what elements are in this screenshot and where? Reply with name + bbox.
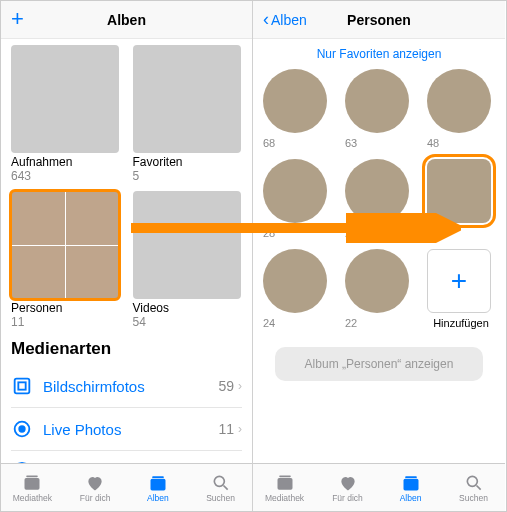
personen-pane: ‹ Alben Personen Nur Favoriten anzeigen … xyxy=(253,1,505,511)
livephoto-icon xyxy=(11,418,33,440)
album-favoriten[interactable]: Favoriten 5 xyxy=(133,45,243,183)
navbar-right: ‹ Alben Personen xyxy=(253,1,505,39)
svg-rect-13 xyxy=(405,476,417,478)
svg-rect-4 xyxy=(25,478,40,490)
row-livephotos[interactable]: Live Photos 11 › xyxy=(11,408,242,451)
person-item[interactable]: 27 xyxy=(345,159,413,239)
screenshot-icon xyxy=(11,375,33,397)
svg-line-9 xyxy=(223,485,227,489)
album-aufnahmen[interactable]: Aufnahmen 643 xyxy=(11,45,121,183)
tab-fuerdich[interactable]: Für dich xyxy=(64,464,127,511)
person-item[interactable]: 48 xyxy=(427,69,495,149)
navbar-left: + Alben xyxy=(1,1,252,39)
tab-suchen[interactable]: Suchen xyxy=(442,464,505,511)
tab-mediathek[interactable]: Mediathek xyxy=(253,464,316,511)
section-medienarten: Medienarten xyxy=(11,339,242,359)
tab-suchen[interactable]: Suchen xyxy=(189,464,252,511)
svg-line-15 xyxy=(476,485,480,489)
back-button[interactable]: ‹ Alben xyxy=(263,9,307,30)
tab-alben[interactable]: Alben xyxy=(127,464,190,511)
row-portrait[interactable]: Porträt 6 › xyxy=(11,451,242,463)
add-album-icon[interactable]: + xyxy=(11,6,24,32)
person-item[interactable]: 28 xyxy=(263,159,331,239)
album-videos[interactable]: Videos 54 xyxy=(133,191,243,329)
svg-rect-10 xyxy=(277,478,292,490)
row-bildschirmfotos[interactable]: Bildschirmfotos 59 › xyxy=(11,365,242,408)
person-item[interactable]: 68 xyxy=(263,69,331,149)
show-album-button[interactable]: Album „Personen“ anzeigen xyxy=(275,347,483,381)
albums-pane: + Alben Aufnahmen 643 Favoriten 5 xyxy=(1,1,253,511)
plus-icon: + xyxy=(427,249,491,313)
person-item[interactable]: 63 xyxy=(345,69,413,149)
tab-alben[interactable]: Alben xyxy=(379,464,442,511)
svg-rect-7 xyxy=(152,476,164,478)
nav-title: Personen xyxy=(347,12,411,28)
svg-rect-12 xyxy=(403,478,418,490)
person-item[interactable]: 22 xyxy=(345,249,413,329)
add-person[interactable]: + Hinzufügen xyxy=(427,249,495,329)
albums-scroll[interactable]: Aufnahmen 643 Favoriten 5 Personen 11 xyxy=(1,39,252,463)
svg-point-8 xyxy=(214,476,224,486)
tabbar-left: Mediathek Für dich Alben Suchen xyxy=(1,463,252,511)
svg-rect-5 xyxy=(27,475,39,477)
album-personen[interactable]: Personen 11 xyxy=(11,191,121,329)
svg-point-14 xyxy=(467,476,477,486)
chevron-right-icon: › xyxy=(238,422,242,436)
svg-rect-11 xyxy=(279,475,291,477)
chevron-right-icon: › xyxy=(238,379,242,393)
chevron-left-icon: ‹ xyxy=(263,9,269,30)
person-item[interactable]: 24 xyxy=(263,249,331,329)
svg-rect-0 xyxy=(15,379,30,394)
favorites-filter-link[interactable]: Nur Favoriten anzeigen xyxy=(253,39,505,69)
svg-rect-6 xyxy=(150,478,165,490)
nav-title: Alben xyxy=(107,12,146,28)
tab-mediathek[interactable]: Mediathek xyxy=(1,464,64,511)
tab-fuerdich[interactable]: Für dich xyxy=(316,464,379,511)
person-item-highlighted[interactable]: 26 xyxy=(427,159,495,239)
svg-rect-1 xyxy=(18,382,25,389)
tabbar-right: Mediathek Für dich Alben Suchen xyxy=(253,463,505,511)
svg-point-3 xyxy=(19,426,25,432)
people-scroll[interactable]: 68 63 48 28 27 26 24 22 + Hinzufügen Alb… xyxy=(253,69,505,463)
